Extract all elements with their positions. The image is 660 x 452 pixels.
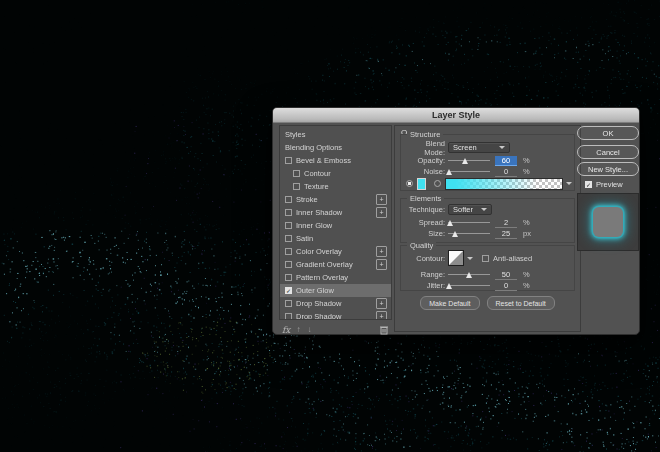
checkbox[interactable] <box>285 196 292 203</box>
style-item-bevel-emboss[interactable]: Bevel & Emboss <box>280 154 391 167</box>
technique-select[interactable]: Softer <box>448 204 492 215</box>
plus-icon[interactable]: + <box>376 207 387 218</box>
plus-icon[interactable]: + <box>376 259 387 270</box>
style-item-texture[interactable]: Texture <box>280 180 391 193</box>
effects-toolbar: fx ↑ ↓ <box>279 323 392 336</box>
styles-list: Styles Blending Options Bevel & EmbossCo… <box>279 125 392 320</box>
chevron-down-icon <box>481 208 487 211</box>
style-item-gradient-overlay[interactable]: Gradient Overlay+ <box>280 258 391 271</box>
style-item-drop-shadow[interactable]: Drop Shadow+ <box>280 310 391 320</box>
style-item-stroke[interactable]: Stroke+ <box>280 193 391 206</box>
spread-input[interactable]: 2 <box>495 218 517 228</box>
styles-item-blending-options[interactable]: Blending Options <box>280 141 391 154</box>
glow-color-swatch[interactable] <box>417 178 426 190</box>
layer-style-dialog: Layer Style Styles Blending Options Beve… <box>272 107 640 335</box>
range-input[interactable]: 50 <box>495 270 517 280</box>
plus-icon[interactable]: + <box>376 311 387 320</box>
fx-icon[interactable]: fx <box>282 325 290 335</box>
gradient-preview[interactable] <box>445 178 563 190</box>
glow-preview-square <box>593 207 623 237</box>
contour-picker[interactable] <box>448 250 464 266</box>
style-item-label: Inner Shadow <box>296 208 376 217</box>
noise-slider[interactable] <box>448 168 490 176</box>
plus-icon[interactable]: + <box>376 194 387 205</box>
style-item-label: Inner Glow <box>296 221 391 230</box>
styles-header: Styles <box>280 128 391 141</box>
anti-aliased-checkbox[interactable] <box>482 255 489 262</box>
range-slider[interactable] <box>448 271 490 279</box>
style-item-label: Bevel & Emboss <box>296 156 391 165</box>
chevron-down-icon <box>499 146 505 149</box>
make-default-button[interactable]: Make Default <box>420 296 479 310</box>
noise-label: Noise: <box>403 167 445 176</box>
new-style-button[interactable]: New Style... <box>577 162 639 176</box>
checkbox[interactable] <box>285 313 292 320</box>
opacity-input[interactable]: 60 <box>495 156 517 166</box>
style-item-label: Outer Glow <box>296 286 391 295</box>
style-item-label: Drop Shadow <box>296 312 376 320</box>
checkbox[interactable] <box>293 170 300 177</box>
gradient-radio[interactable] <box>434 180 441 187</box>
dialog-titlebar[interactable]: Layer Style <box>273 108 639 123</box>
jitter-label: Jitter: <box>403 281 445 290</box>
plus-icon[interactable]: + <box>376 298 387 309</box>
style-item-label: Gradient Overlay <box>296 260 376 269</box>
delete-effect-icon[interactable] <box>380 325 388 335</box>
solid-color-radio[interactable] <box>406 180 413 187</box>
style-item-satin[interactable]: Satin <box>280 232 391 245</box>
checkbox[interactable] <box>285 235 292 242</box>
spread-label: Spread: <box>403 218 445 227</box>
blend-mode-select[interactable]: Screen <box>448 142 510 153</box>
anti-aliased-label: Anti-aliased <box>493 254 532 263</box>
noise-input[interactable]: 0 <box>495 167 517 177</box>
dialog-title: Layer Style <box>432 110 480 120</box>
checkbox[interactable] <box>285 300 292 307</box>
plus-icon[interactable]: + <box>376 246 387 257</box>
checkbox[interactable] <box>285 222 292 229</box>
elements-group: Elements Technique: Softer Spread: 2 % <box>400 198 575 243</box>
style-item-label: Pattern Overlay <box>296 273 391 282</box>
style-item-label: Satin <box>296 234 391 243</box>
spread-slider[interactable] <box>448 219 490 227</box>
move-effect-down-icon[interactable]: ↓ <box>307 325 311 334</box>
size-slider[interactable] <box>448 230 490 238</box>
preview-label: Preview <box>596 180 623 189</box>
checkbox[interactable] <box>285 209 292 216</box>
style-item-drop-shadow[interactable]: Drop Shadow+ <box>280 297 391 310</box>
move-effect-up-icon[interactable]: ↑ <box>296 325 300 334</box>
style-item-inner-shadow[interactable]: Inner Shadow+ <box>280 206 391 219</box>
style-item-label: Drop Shadow <box>296 299 376 308</box>
technique-label: Technique: <box>403 205 445 214</box>
checkbox[interactable] <box>285 274 292 281</box>
gradient-picker[interactable] <box>445 178 572 190</box>
contour-label: Contour: <box>403 254 445 263</box>
range-label: Range: <box>403 270 445 279</box>
style-item-contour[interactable]: Contour <box>280 167 391 180</box>
style-item-outer-glow[interactable]: ✓Outer Glow <box>280 284 391 297</box>
jitter-input[interactable]: 0 <box>495 281 517 291</box>
style-item-pattern-overlay[interactable]: Pattern Overlay <box>280 271 391 284</box>
blend-mode-label: Blend Mode: <box>403 139 445 157</box>
ok-button[interactable]: OK <box>577 126 639 140</box>
size-label: Size: <box>403 229 445 238</box>
cancel-button[interactable]: Cancel <box>577 145 639 159</box>
style-item-color-overlay[interactable]: Color Overlay+ <box>280 245 391 258</box>
style-item-label: Stroke <box>296 195 376 204</box>
style-item-label: Texture <box>304 182 391 191</box>
style-item-label: Color Overlay <box>296 247 376 256</box>
checkbox[interactable] <box>285 248 292 255</box>
effect-settings-panel: Outer Glow Structure Blend Mode: Screen … <box>394 125 581 332</box>
style-item-label: Contour <box>304 169 391 178</box>
size-input[interactable]: 25 <box>495 229 517 239</box>
preview-checkbox[interactable]: ✓ <box>585 181 592 188</box>
checkbox[interactable] <box>285 261 292 268</box>
style-item-inner-glow[interactable]: Inner Glow <box>280 219 391 232</box>
opacity-slider[interactable] <box>448 157 490 165</box>
jitter-slider[interactable] <box>448 282 490 290</box>
checkbox[interactable] <box>285 157 292 164</box>
checkbox[interactable]: ✓ <box>285 287 292 294</box>
checkbox[interactable] <box>293 183 300 190</box>
chevron-down-icon <box>467 257 473 260</box>
chevron-down-icon <box>566 182 572 185</box>
reset-to-default-button[interactable]: Reset to Default <box>487 296 555 310</box>
